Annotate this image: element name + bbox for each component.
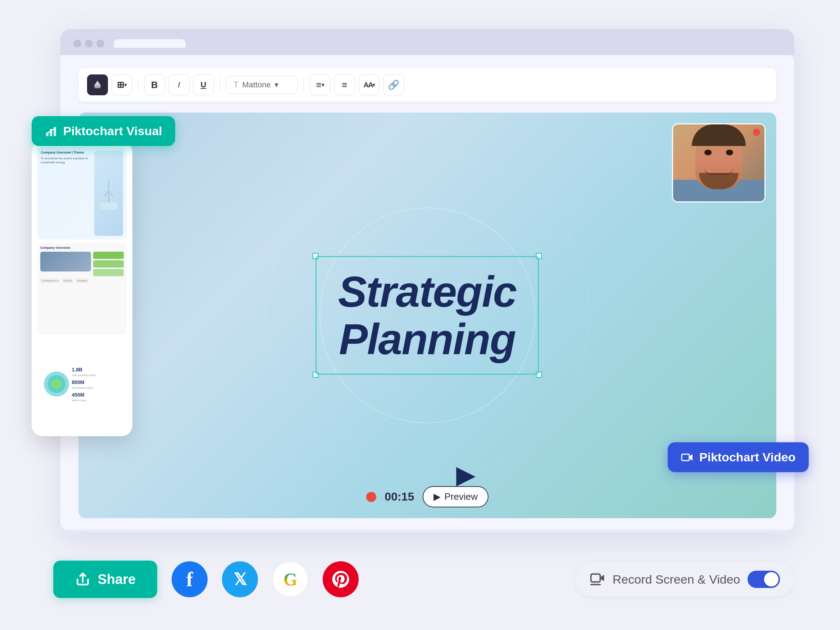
label-integrity: Integrity [76,278,88,283]
green-block-2 [93,260,124,268]
svg-rect-3 [682,454,689,461]
heading-container[interactable]: Strategic Planning [316,256,539,375]
bold-button[interactable]: B [144,74,165,95]
webcam-overlay [672,123,766,202]
preview-button[interactable]: ▶ Preview [423,486,488,507]
slide2-top [40,252,124,276]
svg-rect-10 [591,574,600,582]
turbine-svg [98,177,120,209]
phone-slide-1: Company Overview | Theme To accelerate t… [38,147,126,239]
canvas-header: Ultimate Corp. 2025 [79,127,776,138]
chart-icon [44,125,58,138]
phone-slide-2: Company Overview Confidence ♦ Ethical In… [38,243,126,334]
browser-chrome [60,29,794,55]
piktochart-visual-label: Piktochart Visual [63,124,162,138]
slide2-people-img [40,252,91,271]
slide1-text: Company Overview | Theme To accelerate t… [41,151,92,236]
stat-row-3: 450M [72,392,96,398]
pinterest-button[interactable] [323,561,358,597]
slide2-header: Company Overview [40,246,124,250]
video-icon [681,451,693,464]
webcam-rec-dot [753,129,760,136]
green-block-3 [93,269,124,276]
paint-button[interactable] [87,74,108,95]
separator-1 [138,78,139,92]
font-selector[interactable]: T Mattone ▾ [226,76,298,94]
stat-label-1: Total available market [72,374,96,376]
stat-num-2: 800M [72,380,85,385]
label-ethical: Ethical [62,278,73,283]
piktochart-video-label: Piktochart Video [699,450,796,464]
underline-button[interactable]: U [193,74,214,95]
slide3-content: 1.8B Total available market 800M Service… [41,342,99,427]
pinterest-icon [331,569,351,589]
stat-label-3: Market share [72,399,96,402]
browser-tab[interactable] [114,39,186,48]
piktochart-visual-badge[interactable]: Piktochart Visual [32,116,175,146]
browser-content: ⊞▾ B I U T Mattone ▾ ≡▾ ≡ AA▾ 🔗 [60,55,794,530]
facebook-icon: f [186,568,193,591]
webcam-face [673,124,764,202]
cursor: ▶ [456,460,475,490]
phone-mockup: Company Overview | Theme To accelerate t… [32,141,133,436]
toolbar: ⊞▾ B I U T Mattone ▾ ≡▾ ≡ AA▾ 🔗 [79,68,776,102]
record-label: Record Screen & Video [613,572,741,586]
browser-dot-3 [96,39,104,47]
browser-window: ⊞▾ B I U T Mattone ▾ ≡▾ ≡ AA▾ 🔗 [60,29,794,532]
stat-label-2: Serviceable market [72,387,96,389]
heading-line2: Planning [339,315,516,363]
toggle-switch[interactable] [748,571,780,588]
concentric-circles [44,372,69,397]
font-icon: T [234,80,239,90]
beard [699,173,739,189]
browser-dot-1 [73,39,81,47]
record-toggle-pill[interactable]: Record Screen & Video [575,562,794,597]
italic-button[interactable]: I [169,74,189,95]
recording-time: 00:15 [385,490,414,503]
separator-2 [220,78,220,92]
recording-bar: 00:15 ▶ Preview [366,486,488,507]
svg-rect-2 [54,127,56,136]
stat-num-1: 1.8B [72,367,83,373]
slide2-green-col [93,252,124,276]
browser-dots [73,39,104,47]
share-button[interactable]: Share [53,561,158,598]
screen-record-icon [590,572,605,587]
align-button[interactable]: ≡▾ [310,74,331,95]
font-name: Mattone [242,80,271,90]
svg-rect-9 [99,202,118,209]
twitter-button[interactable]: 𝕏 [222,561,258,597]
share-icon [75,572,91,587]
phone-stats: 1.8B Total available market 800M Service… [72,367,96,402]
slide1-image [94,151,123,236]
circle-inner [51,379,62,389]
bottom-bar: Share f 𝕏 G Record Screen & Video [53,547,794,612]
facebook-button[interactable]: f [172,561,208,597]
piktochart-video-badge[interactable]: Piktochart Video [668,442,809,472]
pattern-button[interactable]: ⊞▾ [112,74,133,95]
play-icon: ▶ [434,491,441,502]
slide1-body: To accelerate the world's transition to … [41,156,92,164]
text-size-button[interactable]: AA▾ [358,74,379,95]
slide2-labels: Confidence ♦ Ethical Integrity [40,278,124,283]
heading-line1: Strategic [338,268,516,316]
stat-num-3: 450M [72,392,85,398]
phone-slide-3: 1.8B Total available market 800M Service… [38,338,126,430]
preview-label: Preview [444,491,477,502]
google-icon: G [283,569,297,590]
green-block-1 [93,252,124,259]
share-label: Share [98,572,136,587]
google-button[interactable]: G [272,561,308,597]
stat-row-2: 800M [72,380,96,385]
face-shape [695,132,742,189]
eye-right [726,150,733,155]
scene: ⊞▾ B I U T Mattone ▾ ≡▾ ≡ AA▾ 🔗 [24,18,816,612]
label-confidence: Confidence ♦ [40,278,60,283]
twitter-icon: 𝕏 [234,570,247,589]
stat-row-1: 1.8B [72,367,96,373]
browser-dot-2 [85,39,93,47]
recording-dot [366,492,376,502]
list-button[interactable]: ≡ [334,74,355,95]
link-button[interactable]: 🔗 [383,74,404,95]
main-heading[interactable]: Strategic Planning [316,256,539,375]
